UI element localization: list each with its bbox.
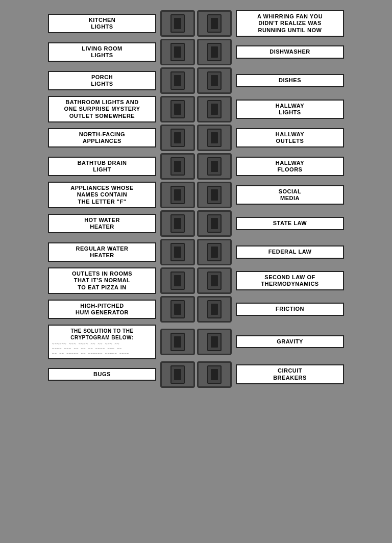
circuit-breaker[interactable] [197, 153, 232, 180]
breaker-switch [211, 132, 218, 143]
left-label: APPLIANCES WHOSENAMES CONTAINTHE LETTER … [48, 182, 160, 208]
breaker-pair[interactable] [160, 96, 232, 122]
left-label: BATHTUB DRAINLIGHT [48, 157, 160, 176]
breaker-inner [170, 71, 185, 90]
breaker-switch [211, 336, 218, 348]
breaker-inner [170, 214, 185, 233]
circuit-breaker[interactable] [160, 96, 195, 122]
breaker-inner [207, 186, 222, 204]
breaker-switch [174, 161, 181, 172]
circuit-breaker[interactable] [160, 296, 195, 323]
circuit-breaker[interactable] [197, 125, 232, 151]
right-label: FEDERAL LAW [232, 245, 344, 258]
breaker-inner [207, 214, 222, 233]
circuit-breaker[interactable] [197, 329, 232, 355]
left-label: HOT WATERHEATER [48, 214, 160, 233]
circuit-breaker[interactable] [160, 329, 195, 355]
breaker-switch [174, 275, 181, 286]
breaker-inner [170, 243, 185, 261]
left-label: OUTLETS IN ROOMSTHAT IT'S NORMALTO EAT P… [48, 267, 160, 294]
breaker-row: PORCHLIGHTSDISHES [8, 67, 384, 94]
breaker-inner [207, 272, 222, 290]
breaker-pair[interactable] [160, 239, 232, 265]
circuit-breaker[interactable] [197, 267, 232, 294]
right-label: DISHWASHER [232, 45, 344, 58]
circuit-breaker[interactable] [160, 153, 195, 180]
circuit-breaker[interactable] [197, 296, 232, 323]
breaker-switch [174, 369, 181, 380]
circuit-breaker[interactable] [160, 10, 195, 37]
circuit-breaker[interactable] [160, 182, 195, 208]
circuit-breaker[interactable] [160, 267, 195, 294]
circuit-breaker[interactable] [197, 239, 232, 265]
breaker-inner [207, 100, 222, 118]
breaker-pair[interactable] [160, 10, 232, 37]
breaker-inner [207, 157, 222, 176]
circuit-breaker[interactable] [160, 239, 195, 265]
left-label: HIGH-PITCHEDHUM GENERATOR [48, 300, 160, 319]
circuit-breaker[interactable] [197, 10, 232, 37]
breaker-inner [170, 43, 185, 61]
breaker-switch [211, 246, 218, 258]
left-label: REGULAR WATERHEATER [48, 242, 160, 262]
right-label: A WHIRRING FAN YOUDIDN'T REALIZE WASRUNN… [232, 10, 344, 37]
breaker-inner [207, 333, 222, 351]
breaker-pair[interactable] [160, 361, 232, 388]
circuit-breaker[interactable] [197, 210, 232, 237]
breaker-switch [174, 246, 181, 258]
circuit-breaker[interactable] [197, 182, 232, 208]
circuit-breaker[interactable] [160, 210, 195, 237]
breaker-pair[interactable] [160, 67, 232, 94]
breaker-switch [211, 369, 218, 380]
breaker-row: REGULAR WATERHEATERFEDERAL LAW [8, 239, 384, 265]
breaker-pair[interactable] [160, 125, 232, 151]
left-label: NORTH-FACINGAPPLIANCES [48, 128, 160, 147]
circuit-breaker[interactable] [197, 39, 232, 65]
breaker-inner [170, 333, 185, 351]
breaker-inner [207, 243, 222, 261]
breaker-inner [170, 186, 185, 204]
breaker-row: KITCHENLIGHTSA WHIRRING FAN YOUDIDN'T RE… [8, 10, 384, 37]
breaker-inner [170, 300, 185, 318]
breaker-inner [170, 365, 185, 384]
breaker-inner [170, 14, 185, 33]
right-label: FRICTION [232, 303, 344, 315]
breaker-inner [207, 71, 222, 90]
breaker-switch [211, 18, 218, 29]
right-label: HALLWAYOUTLETS [232, 128, 344, 147]
circuit-breaker[interactable] [197, 96, 232, 122]
circuit-breaker[interactable] [160, 125, 195, 151]
breaker-switch [211, 104, 218, 115]
left-label: THE SOLUTION TO THECRYPTOGRAM BELOW:~~~~… [48, 325, 160, 359]
right-label: DISHES [232, 74, 344, 87]
circuit-breaker[interactable] [197, 67, 232, 94]
breaker-switch [211, 46, 218, 58]
breaker-row: HOT WATERHEATERSTATE LAW [8, 210, 384, 237]
breaker-pair[interactable] [160, 153, 232, 180]
breaker-pair[interactable] [160, 182, 232, 208]
breaker-switch [211, 189, 218, 201]
breaker-inner [207, 43, 222, 61]
breaker-row: BUGSCIRCUITBREAKERS [8, 361, 384, 388]
breaker-row: NORTH-FACINGAPPLIANCESHALLWAYOUTLETS [8, 125, 384, 151]
breaker-pair[interactable] [160, 329, 232, 355]
circuit-breaker[interactable] [160, 39, 195, 65]
breaker-switch [211, 304, 218, 315]
breaker-pair[interactable] [160, 296, 232, 323]
circuit-breaker[interactable] [197, 361, 232, 388]
breaker-row: THE SOLUTION TO THECRYPTOGRAM BELOW:~~~~… [8, 325, 384, 359]
breaker-pair[interactable] [160, 39, 232, 65]
breaker-pair[interactable] [160, 210, 232, 237]
breaker-pair[interactable] [160, 267, 232, 294]
right-label: CIRCUITBREAKERS [232, 364, 344, 384]
circuit-breaker[interactable] [160, 361, 195, 388]
breaker-switch [174, 46, 181, 58]
breaker-switch [174, 218, 181, 229]
breaker-row: OUTLETS IN ROOMSTHAT IT'S NORMALTO EAT P… [8, 267, 384, 294]
circuit-breaker[interactable] [160, 67, 195, 94]
breaker-inner [207, 129, 222, 147]
left-label: BUGS [48, 368, 160, 381]
breaker-inner [170, 129, 185, 147]
breaker-switch [174, 104, 181, 115]
breaker-switch [211, 75, 218, 86]
